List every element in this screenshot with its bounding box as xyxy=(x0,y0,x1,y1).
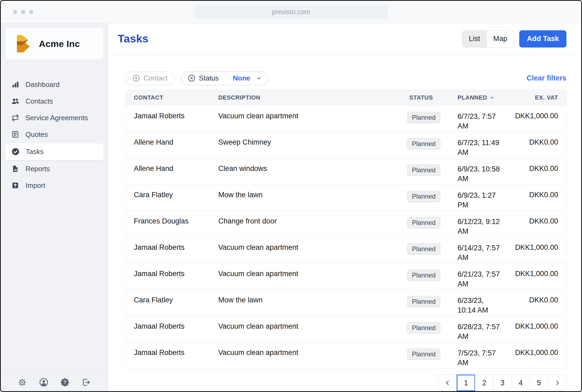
table-row[interactable]: Allene Hand Sweep Chimney Planned 6/7/23… xyxy=(126,132,566,158)
cell-planned: 6/12/23, 9:12 AM xyxy=(450,211,509,237)
page-header: Tasks List Map Add Task xyxy=(108,23,581,54)
help-icon[interactable]: ? xyxy=(60,378,69,387)
table-body: Jamaal Roberts Vacuum clean apartment Pl… xyxy=(126,105,566,368)
cell-ex-vat: DKK1,000.00 xyxy=(509,342,566,368)
sidebar-item-label: Reports xyxy=(25,165,50,173)
chevron-left-icon xyxy=(445,380,451,386)
pagination-page-button[interactable]: 5 xyxy=(530,375,548,391)
cell-description: Mow the lawn xyxy=(210,290,401,316)
pagination-page-button[interactable]: 2 xyxy=(475,375,493,391)
sidebar-item-contacts[interactable]: Contacts xyxy=(5,93,104,109)
cell-status: Planned xyxy=(401,263,450,290)
clear-filters-link[interactable]: Clear filters xyxy=(526,74,566,82)
status-badge: Planned xyxy=(407,217,440,228)
table-row[interactable]: Jamaal Roberts Vacuum clean apartment Pl… xyxy=(126,263,566,290)
status-badge: Planned xyxy=(407,112,440,123)
table-row[interactable]: Jamaal Roberts Vacuum clean apartment Pl… xyxy=(126,316,566,342)
add-contact-filter-button[interactable]: Contact xyxy=(126,71,175,85)
cell-contact: Allene Hand xyxy=(126,132,210,158)
filter-bar: Contact Status None Clear filters xyxy=(126,71,566,85)
table-row[interactable]: Allene Hand Clean windows Planned 6/9/23… xyxy=(126,158,566,184)
cell-description: Vacuum clean apartment xyxy=(210,106,401,132)
column-header-planned[interactable]: PLANNED xyxy=(450,94,509,101)
view-toggle-map[interactable]: Map xyxy=(487,31,514,47)
cell-planned: 6/9/23, 10:58 AM xyxy=(450,158,509,184)
status-badge: Planned xyxy=(407,270,440,281)
pagination-next-button[interactable] xyxy=(548,375,566,391)
cell-contact: Jamaal Roberts xyxy=(126,342,210,368)
sidebar-item-label: Service Agreements xyxy=(25,114,88,122)
column-header-status[interactable]: STATUS xyxy=(401,94,450,101)
check-circle-icon xyxy=(12,148,20,156)
pagination-row: 1 2 3 4 5 xyxy=(126,375,566,391)
table-row[interactable]: Frances Douglas Change front door Planne… xyxy=(126,211,566,237)
people-icon xyxy=(11,97,19,105)
cell-description: Vacuum clean apartment xyxy=(210,316,401,342)
sidebar-item-service-agreements[interactable]: Service Agreements xyxy=(5,110,104,126)
sidebar-item-label: Dashboard xyxy=(25,80,60,89)
pagination: 1 2 3 4 5 xyxy=(438,375,566,391)
add-task-button[interactable]: Add Task xyxy=(519,30,566,47)
cell-status: Planned xyxy=(401,237,450,263)
x-circle-icon[interactable] xyxy=(188,75,195,82)
sidebar-item-reports[interactable]: Reports xyxy=(5,161,104,177)
sidebar-item-quotes[interactable]: Quotes xyxy=(5,126,104,142)
logout-icon[interactable] xyxy=(82,378,91,387)
sidebar-item-tasks[interactable]: Tasks xyxy=(5,143,104,160)
cell-contact: Cara Flatley xyxy=(126,185,210,211)
table-row[interactable]: Jamaal Roberts Vacuum clean apartment Pl… xyxy=(126,342,566,368)
cell-ex-vat: DKK0.00 xyxy=(509,158,566,184)
table-row[interactable]: Jamaal Roberts Vacuum clean apartment Pl… xyxy=(126,237,566,263)
cell-status: Planned xyxy=(401,290,450,316)
table-row[interactable]: Cara Flatley Mow the lawn Planned 6/23/2… xyxy=(126,290,566,316)
pagination-prev-button[interactable] xyxy=(439,375,457,391)
window-close-button[interactable] xyxy=(13,10,17,14)
column-header-ex-vat[interactable]: EX. VAT xyxy=(509,94,566,101)
table-row[interactable]: Jamaal Roberts Vacuum clean apartment Pl… xyxy=(126,105,566,132)
cell-contact: Allene Hand xyxy=(126,158,210,184)
cell-description: Vacuum clean apartment xyxy=(210,263,401,290)
svg-text:?: ? xyxy=(64,379,67,385)
window-minimize-button[interactable] xyxy=(21,10,25,14)
pagination-page-button[interactable]: 4 xyxy=(511,375,530,391)
settings-gear-icon[interactable] xyxy=(18,378,27,387)
browser-chrome: previsto.com xyxy=(1,1,581,23)
status-filter[interactable]: Status None xyxy=(181,71,269,85)
cell-description: Vacuum clean apartment xyxy=(210,342,401,368)
status-filter-value[interactable]: None xyxy=(233,74,250,82)
cell-planned: 6/7/23, 7:57 AM xyxy=(450,106,509,132)
cell-ex-vat: DKK1,000.00 xyxy=(509,237,566,263)
sidebar-item-dashboard[interactable]: Dashboard xyxy=(5,76,104,93)
cell-ex-vat: DKK0.00 xyxy=(509,290,566,316)
sidebar-item-label: Import xyxy=(25,181,45,190)
contact-filter-label: Contact xyxy=(143,74,168,82)
sidebar-item-label: Contacts xyxy=(25,97,53,105)
pagination-page-button[interactable]: 3 xyxy=(493,375,511,391)
cell-status: Planned xyxy=(401,211,450,237)
cell-status: Planned xyxy=(401,106,450,132)
status-badge: Planned xyxy=(407,322,440,334)
main-content: Tasks List Map Add Task Contact xyxy=(108,23,581,391)
view-toggle-list[interactable]: List xyxy=(462,31,487,47)
cell-description: Change front door xyxy=(210,211,401,237)
status-badge: Planned xyxy=(407,296,440,307)
cell-contact: Jamaal Roberts xyxy=(126,263,210,290)
column-header-description[interactable]: DESCRIPTION xyxy=(210,94,401,101)
company-logo-icon xyxy=(14,34,32,53)
view-toggle: List Map xyxy=(462,30,514,47)
cell-contact: Jamaal Roberts xyxy=(126,106,210,132)
company-name: Acme Inc xyxy=(39,39,80,49)
sidebar-nav: Dashboard Contacts Service Agreements xyxy=(1,76,108,193)
cell-ex-vat: DKK1,000.00 xyxy=(509,106,566,132)
cell-status: Planned xyxy=(401,132,450,158)
column-header-contact[interactable]: CONTACT xyxy=(126,94,210,101)
company-card[interactable]: Acme Inc xyxy=(5,28,104,60)
window-zoom-button[interactable] xyxy=(29,10,33,14)
pagination-page-button[interactable]: 1 xyxy=(457,375,475,391)
account-user-icon[interactable] xyxy=(39,378,48,387)
cell-ex-vat: DKK1,000.00 xyxy=(509,316,566,342)
cell-description: Sweep Chimney xyxy=(210,132,401,158)
sidebar-item-import[interactable]: Import xyxy=(5,177,104,193)
table-row[interactable]: Cara Flatley Mow the lawn Planned 6/9/23… xyxy=(126,184,566,211)
address-bar[interactable]: previsto.com xyxy=(195,5,387,19)
